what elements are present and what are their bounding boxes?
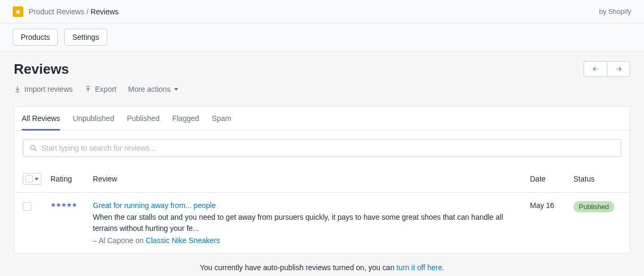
- col-rating-header: Rating: [50, 175, 86, 183]
- breadcrumb-current: Reviews: [91, 7, 119, 16]
- next-page-button[interactable]: [607, 61, 630, 77]
- row-checkbox[interactable]: [23, 202, 31, 211]
- chevron-down-icon: [34, 178, 39, 180]
- reviews-card: All Reviews Unpublished Published Flagge…: [14, 106, 630, 254]
- select-all-dropdown[interactable]: [23, 173, 41, 185]
- status-badge: Published: [573, 201, 614, 212]
- more-actions-label: More actions: [128, 85, 171, 93]
- search-input[interactable]: [41, 144, 614, 152]
- prev-page-button[interactable]: [584, 61, 607, 77]
- tabs: All Reviews Unpublished Published Flagge…: [14, 107, 630, 131]
- rating-stars: ★★★★★: [50, 201, 86, 209]
- actions-row: Import reviews Export More actions: [14, 85, 630, 93]
- tab-published[interactable]: Published: [127, 107, 160, 130]
- footer-text: You currently have auto-publish reviews …: [200, 263, 397, 272]
- table-row: ★★★★★ Great for running away from... peo…: [14, 193, 630, 253]
- review-body: When the car stalls out and you need to …: [93, 212, 524, 234]
- col-date-header: Date: [530, 175, 567, 183]
- nav-bar: Products Settings: [0, 23, 644, 51]
- col-review-header: Review: [93, 175, 524, 183]
- settings-button[interactable]: Settings: [64, 29, 107, 46]
- export-button[interactable]: Export: [84, 85, 116, 93]
- pager: [584, 61, 630, 77]
- top-bar: Product Reviews / Reviews by Shopify: [0, 0, 644, 23]
- svg-point-0: [31, 145, 35, 150]
- tab-flagged[interactable]: Flagged: [172, 107, 199, 130]
- more-actions-dropdown[interactable]: More actions: [128, 85, 178, 93]
- tab-spam[interactable]: Spam: [212, 107, 231, 130]
- search-box[interactable]: [23, 139, 621, 157]
- chevron-down-icon: [174, 88, 178, 91]
- arrow-left-icon: [591, 65, 601, 73]
- table-header: Rating Review Date Status: [14, 166, 630, 193]
- page-title: Reviews: [14, 61, 69, 77]
- select-all-checkbox[interactable]: [25, 175, 33, 183]
- tab-all-reviews[interactable]: All Reviews: [22, 107, 60, 131]
- download-icon: [14, 85, 21, 93]
- import-label: Import reviews: [24, 85, 73, 93]
- upload-icon: [84, 85, 92, 93]
- review-date: May 16: [530, 201, 567, 210]
- review-author: – Al Capone on: [93, 236, 146, 245]
- export-label: Export: [95, 85, 116, 93]
- col-status-header: Status: [573, 175, 621, 183]
- footer-note: You currently have auto-publish reviews …: [14, 254, 630, 276]
- products-button[interactable]: Products: [13, 29, 58, 46]
- tab-unpublished[interactable]: Unpublished: [73, 107, 114, 130]
- app-star-icon: [13, 6, 23, 17]
- breadcrumb-app[interactable]: Product Reviews: [29, 7, 84, 16]
- search-icon: [30, 144, 37, 152]
- arrow-right-icon: [614, 65, 623, 73]
- review-meta: – Al Capone on Classic Nike Sneakers: [93, 236, 524, 245]
- review-title-link[interactable]: Great for running away from... people: [93, 201, 216, 210]
- by-line: by Shopify: [599, 7, 631, 15]
- review-product-link[interactable]: Classic Nike Sneakers: [146, 236, 220, 245]
- turn-off-autopublish-link[interactable]: turn it off here: [396, 263, 442, 272]
- breadcrumb: Product Reviews / Reviews: [29, 7, 119, 16]
- import-reviews-button[interactable]: Import reviews: [14, 85, 73, 93]
